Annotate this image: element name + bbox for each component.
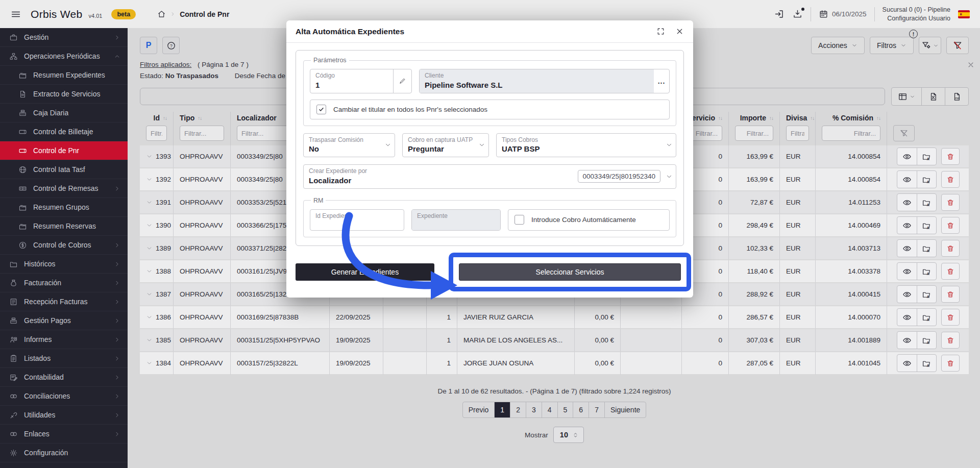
sidebar-item-extracto-de-servicios[interactable]: Extracto de Servicios [0, 85, 128, 104]
open-expediente-button[interactable]: A [917, 148, 936, 165]
filters-applied-link[interactable]: Filtros aplicados: [140, 61, 191, 68]
close-icon[interactable] [675, 27, 684, 36]
column-header-tipo[interactable]: Tipo↑↓ [174, 112, 231, 145]
sidebar-item-operaciones-periódicas[interactable]: Operaciones Periódicas [0, 47, 128, 66]
column-header-importe[interactable]: Importe↑↓ [729, 112, 780, 145]
filter-input-comision[interactable] [822, 126, 880, 141]
view-pnr-button[interactable] [897, 217, 917, 234]
sidebar-item-resumen-expedientes[interactable]: Resumen Expedientes [0, 66, 128, 85]
view-pnr-button[interactable] [897, 171, 917, 188]
traspasar-comision-select[interactable]: Traspasar Comisión No [303, 133, 395, 158]
export-pdf-button[interactable]: PDF [945, 88, 968, 105]
pagination-next-button[interactable]: Siguiente [604, 402, 646, 417]
column-header-id[interactable]: Id↑↓ [140, 112, 174, 145]
expand-row-icon[interactable] [146, 176, 153, 183]
acciones-button[interactable]: Acciones [811, 37, 865, 54]
delete-pnr-button[interactable] [941, 217, 960, 234]
page-size-select[interactable]: 10 [553, 427, 584, 443]
sidebar-item-caja-diaria[interactable]: Caja Diaria [0, 104, 128, 122]
expand-row-icon[interactable] [146, 222, 153, 229]
cobro-uatp-select[interactable]: Cobro en captura UATP Preguntar [402, 133, 489, 158]
titular-checkbox[interactable] [316, 105, 326, 114]
delete-pnr-button[interactable] [941, 240, 960, 257]
clear-filters-button[interactable] [946, 37, 969, 54]
view-pnr-button[interactable] [897, 286, 917, 303]
generar-expedientes-button[interactable]: Generar Expedientes [296, 263, 434, 281]
user-menu[interactable]: Sucursal 0 (0) - Pipeline Configuración … [883, 6, 950, 22]
seleccionar-servicios-button[interactable]: Seleccionar Servicios [459, 263, 681, 281]
cobro-automatico-checkbox[interactable] [514, 215, 524, 225]
sort-arrows-icon[interactable]: ↑↓ [198, 115, 202, 121]
sidebar-item-gestión-pagos[interactable]: Gestión Pagos [0, 311, 128, 330]
sidebar-item-listados[interactable]: Listados [0, 349, 128, 368]
edit-codigo-button[interactable] [393, 69, 411, 93]
sidebar-item-facturación[interactable]: Facturación [0, 274, 128, 292]
sidebar-item-históricos[interactable]: Históricos [0, 255, 128, 274]
view-pnr-button[interactable] [897, 355, 917, 372]
close-filters-icon[interactable] [967, 61, 975, 69]
sidebar-item-informes[interactable]: Informes [0, 330, 128, 349]
id-expediente-field[interactable]: Id Expediente [310, 209, 404, 231]
open-expediente-button[interactable]: A [917, 171, 936, 188]
delete-pnr-button[interactable] [941, 309, 960, 326]
open-expediente-button[interactable]: A [917, 332, 936, 349]
sidebar-item-gestión[interactable]: Gestión [0, 28, 128, 47]
codigo-field[interactable]: Código 1 [310, 69, 412, 93]
delete-pnr-button[interactable] [941, 286, 960, 303]
view-pnr-button[interactable] [897, 148, 917, 165]
home-icon[interactable] [157, 10, 166, 18]
pagination-page-5[interactable]: 5 [557, 402, 573, 417]
expand-row-icon[interactable] [146, 291, 153, 298]
pagination-page-4[interactable]: 4 [542, 402, 557, 417]
expand-row-icon[interactable] [146, 268, 153, 275]
open-expediente-button[interactable]: A [917, 194, 936, 211]
filter-input-id[interactable] [146, 126, 167, 141]
hamburger-menu-icon[interactable] [10, 9, 21, 20]
delete-pnr-button[interactable] [941, 171, 960, 188]
filter-settings-button[interactable] [919, 37, 941, 54]
view-pnr-button[interactable] [897, 332, 917, 349]
column-chooser-button[interactable] [892, 88, 921, 105]
expand-row-icon[interactable] [146, 153, 153, 160]
column-header-%-comisi-n[interactable]: % Comisión↑↓ [816, 112, 887, 145]
filter-input-importe[interactable] [735, 126, 773, 141]
spain-flag-icon[interactable] [958, 10, 970, 18]
expand-row-icon[interactable] [146, 337, 153, 343]
session-date[interactable]: 06/10/2025 [819, 9, 867, 19]
help-button[interactable]: ? [162, 37, 180, 54]
open-expediente-button[interactable]: A [917, 286, 936, 303]
sidebar-item-utilidades[interactable]: Utilidades [0, 406, 128, 425]
pagination-prev-button[interactable]: Previo [463, 402, 495, 417]
pagination-page-7[interactable]: 7 [589, 402, 604, 417]
expand-row-icon[interactable] [146, 199, 153, 206]
view-pnr-button[interactable] [897, 263, 917, 280]
filter-input-tipo[interactable] [180, 126, 224, 141]
delete-pnr-button[interactable] [941, 355, 960, 372]
expand-row-icon[interactable] [146, 245, 153, 252]
cliente-lookup-button[interactable]: ... [654, 69, 669, 93]
filter-input-servicio[interactable] [688, 126, 722, 141]
logout-icon[interactable] [774, 9, 785, 19]
view-pnr-button[interactable] [897, 240, 917, 257]
sidebar-item-control-de-pnr[interactable]: Control de Pnr [0, 141, 128, 160]
delete-pnr-button[interactable] [941, 148, 960, 165]
sort-arrows-icon[interactable]: ↑↓ [163, 115, 167, 121]
sidebar-item-resumen-grupos[interactable]: Resumen Grupos [0, 198, 128, 217]
sidebar-item-control-iata-tasf[interactable]: Control Iata Tasf [0, 160, 128, 179]
open-expediente-button[interactable]: A [917, 355, 936, 372]
tipos-cobros-select[interactable]: Tipos Cobros UATP BSP [496, 133, 676, 158]
sort-arrows-icon[interactable]: ↑↓ [876, 115, 880, 121]
open-expediente-button[interactable]: A [917, 217, 936, 234]
sidebar-item-resumen-reservas[interactable]: Resumen Reservas [0, 217, 128, 236]
sidebar-item-control-de-cobros[interactable]: Control de Cobros [0, 236, 128, 255]
export-excel-button[interactable] [921, 88, 945, 105]
open-expediente-button[interactable]: A [917, 240, 936, 257]
pagination-page-2[interactable]: 2 [510, 402, 526, 417]
sidebar-item-control-de-billetaje[interactable]: Control de Billetaje [0, 122, 128, 141]
column-header-divisa[interactable]: Divisa↑↓ [780, 112, 816, 145]
delete-pnr-button[interactable] [941, 263, 960, 280]
maximize-icon[interactable] [656, 27, 665, 36]
sidebar-item-conciliaciones[interactable]: Conciliaciones [0, 387, 128, 406]
filter-input-divisa[interactable] [786, 126, 809, 141]
pagination-page-3[interactable]: 3 [526, 402, 542, 417]
